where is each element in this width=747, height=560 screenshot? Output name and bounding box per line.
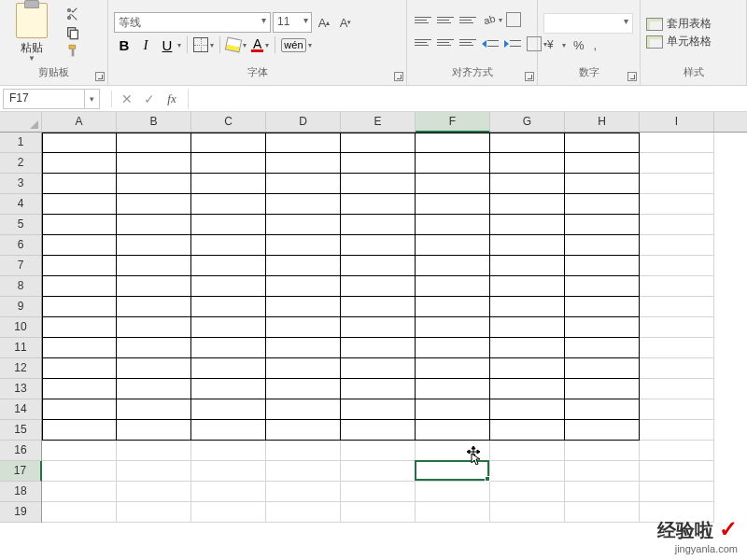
- row-header[interactable]: 16: [0, 441, 41, 461]
- cell[interactable]: [416, 317, 490, 338]
- cell[interactable]: [266, 399, 341, 420]
- decrease-indent-button[interactable]: [480, 34, 500, 54]
- cell[interactable]: [117, 215, 191, 235]
- cell[interactable]: [42, 399, 117, 420]
- cell[interactable]: [341, 297, 416, 317]
- cell[interactable]: [42, 338, 117, 358]
- cell[interactable]: [341, 441, 416, 461]
- cell[interactable]: [341, 482, 416, 502]
- bold-button[interactable]: B: [114, 37, 134, 53]
- name-box-dropdown[interactable]: ▾: [84, 90, 99, 108]
- cell[interactable]: [640, 174, 714, 194]
- align-bottom-button[interactable]: [458, 11, 478, 28]
- cell[interactable]: [565, 215, 640, 235]
- cell[interactable]: [416, 194, 490, 215]
- name-box[interactable]: F17 ▾: [3, 89, 100, 109]
- cell[interactable]: [42, 297, 117, 317]
- cell[interactable]: [341, 174, 416, 194]
- cell[interactable]: [640, 358, 714, 379]
- row-header[interactable]: 11: [0, 338, 41, 358]
- cell[interactable]: [565, 338, 640, 358]
- cell[interactable]: [416, 379, 490, 399]
- cell[interactable]: [266, 297, 341, 317]
- cell[interactable]: [640, 399, 714, 420]
- align-left-button[interactable]: [413, 34, 433, 50]
- format-as-table-button[interactable]: 套用表格: [646, 16, 712, 32]
- cell[interactable]: [191, 338, 266, 358]
- cell[interactable]: [416, 420, 490, 441]
- cell[interactable]: [341, 317, 416, 338]
- cell[interactable]: [416, 502, 490, 523]
- font-dialog-launcher[interactable]: [394, 72, 403, 81]
- number-dialog-launcher[interactable]: [627, 72, 637, 81]
- paste-button[interactable]: 粘贴 ▼: [6, 3, 58, 63]
- cell[interactable]: [117, 399, 191, 420]
- cell[interactable]: [341, 338, 416, 358]
- cell[interactable]: [640, 276, 714, 297]
- cell[interactable]: [191, 235, 266, 256]
- row-header[interactable]: 7: [0, 256, 41, 276]
- cell[interactable]: [490, 297, 565, 317]
- cell[interactable]: [117, 256, 191, 276]
- cut-button[interactable]: [63, 7, 82, 21]
- cell[interactable]: [42, 276, 117, 297]
- cell[interactable]: [341, 358, 416, 379]
- align-middle-button[interactable]: [435, 11, 456, 28]
- cell[interactable]: [640, 133, 714, 153]
- cell[interactable]: [490, 461, 565, 482]
- cell[interactable]: [640, 482, 714, 502]
- cell[interactable]: [565, 133, 640, 153]
- cell[interactable]: [117, 194, 191, 215]
- cell[interactable]: [42, 235, 117, 256]
- cell[interactable]: [416, 215, 490, 235]
- cell[interactable]: [565, 174, 640, 194]
- row-header[interactable]: 13: [0, 379, 41, 399]
- comma-button[interactable]: ,: [590, 38, 601, 52]
- cell[interactable]: [341, 399, 416, 420]
- cell[interactable]: [266, 194, 341, 215]
- cell[interactable]: [191, 256, 266, 276]
- decrease-font-button[interactable]: A▾: [335, 12, 356, 33]
- cell[interactable]: [640, 420, 714, 441]
- cell[interactable]: [416, 235, 490, 256]
- accept-formula-button[interactable]: ✓: [139, 89, 160, 109]
- cell[interactable]: [42, 153, 117, 174]
- cell[interactable]: [640, 379, 714, 399]
- cell[interactable]: [490, 317, 565, 338]
- cell[interactable]: [191, 297, 266, 317]
- cell[interactable]: [266, 420, 341, 441]
- cell[interactable]: [266, 502, 341, 523]
- row-header[interactable]: 12: [0, 358, 41, 379]
- cell[interactable]: [341, 502, 416, 523]
- clipboard-dialog-launcher[interactable]: [95, 72, 105, 81]
- cell[interactable]: [117, 420, 191, 441]
- cell[interactable]: [341, 379, 416, 399]
- underline-button[interactable]: U▾: [157, 37, 183, 53]
- column-header[interactable]: F: [416, 112, 490, 133]
- cell[interactable]: [42, 194, 117, 215]
- cell[interactable]: [266, 276, 341, 297]
- cell[interactable]: [191, 133, 266, 153]
- cell[interactable]: [490, 441, 565, 461]
- font-size-combo[interactable]: 11: [273, 12, 312, 33]
- cell[interactable]: [117, 461, 191, 482]
- row-header[interactable]: 17: [0, 461, 42, 482]
- cell[interactable]: [640, 215, 714, 235]
- cell[interactable]: [191, 502, 266, 523]
- cell[interactable]: [490, 358, 565, 379]
- font-name-combo[interactable]: 等线: [114, 12, 271, 33]
- cell[interactable]: [565, 502, 640, 523]
- increase-indent-button[interactable]: [502, 34, 523, 54]
- italic-button[interactable]: I: [135, 37, 156, 53]
- cell[interactable]: [565, 482, 640, 502]
- cell[interactable]: [191, 420, 266, 441]
- cell[interactable]: [191, 461, 266, 482]
- cell-grid[interactable]: [42, 133, 714, 523]
- cell[interactable]: [640, 256, 714, 276]
- align-center-button[interactable]: [435, 34, 456, 50]
- cell[interactable]: [191, 174, 266, 194]
- cell[interactable]: [42, 461, 117, 482]
- accounting-format-button[interactable]: ¥▾: [543, 37, 568, 52]
- cell[interactable]: [416, 297, 490, 317]
- row-header[interactable]: 19: [0, 502, 41, 523]
